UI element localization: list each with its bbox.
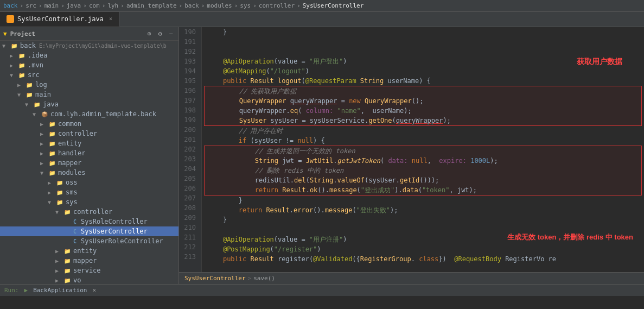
tree-item-sysrolecontroller[interactable]: C SysRoleController [0,217,178,226]
code-line-198: queryWrapper.eq( column: "name", userNam… [208,106,638,116]
breadcrumb-back[interactable]: back [3,2,18,9]
tree-item-sms[interactable]: ▶ 📁 sms [0,187,178,197]
tree-label: entity [58,140,81,147]
run-label: Run: [4,287,19,294]
code-line-194: @GetMapping("/logout") [207,66,639,76]
arrow-icon: ▼ [33,111,40,117]
line-num: 206 [179,184,198,193]
tree-item-sys-entity[interactable]: ▶ 📁 entity [0,246,178,256]
java-folder-icon: 📁 [33,100,41,109]
breadcrumb-lyh[interactable]: lyh [107,2,118,9]
tree-item-sys[interactable]: ▼ 📁 sys [0,197,178,207]
line-num: 213 [179,252,198,262]
breadcrumb-java[interactable]: java [67,2,81,9]
code-line-203: String jwt = JwtUtil.getJwtToken( data: … [208,156,638,166]
tree-item-sys-mapper[interactable]: ▶ 📁 mapper [0,256,178,266]
tab-close-icon[interactable]: × [109,16,112,22]
tab-label: SysUserController.java [17,15,104,23]
tree-label: common [58,120,81,128]
line-num: 210 [179,223,198,232]
breadcrumb-modules[interactable]: modules [207,2,232,9]
tree-item-modules[interactable]: ▼ 📁 modules [0,168,178,178]
tree-item-java[interactable]: ▼ 📁 java [0,99,178,109]
tree-item-sys-service[interactable]: ▶ 📁 service [0,266,178,275]
arrow-icon: ▶ [55,278,63,283]
line-num: 197 [179,96,198,105]
minus-icon[interactable]: − [167,29,175,38]
settings-icon[interactable]: ⚙ [156,29,164,38]
add-icon[interactable]: ⊕ [145,29,154,38]
tree-item-sysusercontroller[interactable]: C SysUserController [0,226,178,236]
arrow-icon: ▶ [40,121,48,127]
line-num: 193 [179,56,198,66]
folder-icon: 📁 [63,276,72,284]
arrow-icon: ▼ [40,170,48,176]
tree-item-back[interactable]: ▼ 📁 back E:\myProject\myGit\admin-vue-te… [0,41,178,51]
tree-item-oss[interactable]: ▶ 📁 oss [0,178,178,187]
line-num: 192 [179,47,198,56]
breadcrumb-main[interactable]: main [44,2,59,9]
close-icon[interactable]: × [92,287,96,294]
tree-item-entity[interactable]: ▶ 📁 entity [0,138,178,148]
arrow-icon: ▶ [17,82,25,88]
tree-label: oss [66,179,78,186]
tab-sysusercontroller[interactable]: SysUserController.java × [0,12,119,27]
tree-item-mapper[interactable]: ▶ 📁 mapper [0,158,178,168]
tree-item-handler[interactable]: ▶ 📁 handler [0,148,178,158]
arrow-icon: ▶ [55,258,63,264]
tree-item-sysuserrolecontroller[interactable]: C SysUserRoleController [0,236,178,246]
line-num: 200 [179,125,198,135]
folder-icon: 📁 [17,51,26,60]
breadcrumb-current[interactable]: SysUserController [303,2,364,9]
java-class-icon: C [71,237,79,245]
sidebar-header: ▼ Project ⊕ ⚙ − [0,27,178,41]
tree-item-src[interactable]: ▼ 📁 src [0,70,178,80]
tree-item-mvn[interactable]: ▶ 📁 .mvn [0,60,178,70]
code-editor[interactable]: 190 191 192 193 194 195 196 197 198 199 … [179,27,644,284]
line-numbers: 190 191 192 193 194 195 196 197 198 199 … [179,27,202,272]
tree-item-package[interactable]: ▼ 📦 com.lyh.admin_template.back [0,109,178,119]
code-line-213: public Result register(@Validated({Regis… [207,254,639,264]
tree-item-main[interactable]: ▼ 📁 main [0,90,178,99]
folder-icon: 📁 [63,266,72,275]
line-num: 208 [179,203,198,213]
project-sidebar[interactable]: ▼ Project ⊕ ⚙ − ▼ 📁 back E:\myProject\my… [0,27,179,284]
line-num: 204 [179,164,198,174]
editor-breadcrumb: SysUserController > save() [179,272,644,284]
arrow-icon: ▶ [40,150,48,156]
tree-item-sys-vo[interactable]: ▶ 📁 vo [0,275,178,284]
tree-item-controller[interactable]: ▶ 📁 controller [0,129,178,138]
breadcrumb-back2[interactable]: back [184,2,199,9]
tree-item-log[interactable]: ▶ 📁 log [0,80,178,90]
tree-item-idea[interactable]: ▶ 📁 .idea [0,51,178,60]
tree-label: com.lyh.admin_template.back [50,110,156,118]
sidebar-title: Project [10,30,35,37]
line-num: 202 [179,144,198,154]
sidebar-toolbar: ⊕ ⚙ − [145,29,175,38]
red-box-region-2: // 生成并返回一个无效的 token String jwt = JwtUtil… [204,146,642,196]
breadcrumb-controller[interactable]: controller [259,2,295,9]
breadcrumb-admin-template[interactable]: admin_template [126,2,177,9]
tree-label: src [28,71,40,79]
folder-icon: 📁 [55,188,64,197]
line-num: 194 [179,66,198,76]
tree-label: service [73,267,101,274]
arrow-icon: ▶ [40,131,48,137]
arrow-icon: ▶ [10,62,17,68]
folder-icon: 📁 [48,139,56,148]
tree-item-sys-controller[interactable]: ▼ 📁 controller [0,207,178,217]
folder-icon: 📁 [25,80,34,89]
arrow-icon: ▼ [2,43,10,49]
code-line-201: if (sysUser != null) { [207,136,639,146]
arrow-icon: ▶ [40,141,48,147]
breadcrumb-com[interactable]: com [89,2,100,9]
line-num: 209 [179,213,198,223]
tree-label: .mvn [28,61,43,69]
breadcrumb-sys[interactable]: sys [240,2,251,9]
arrow-icon: ▶ [48,190,55,196]
code-line-193: @ApiOperation(value = "用户登出") [207,56,639,66]
run-icon: ▶ [24,287,28,294]
line-num: 207 [179,193,198,203]
breadcrumb-src[interactable]: src [25,2,36,9]
tree-item-common[interactable]: ▶ 📁 common [0,119,178,129]
